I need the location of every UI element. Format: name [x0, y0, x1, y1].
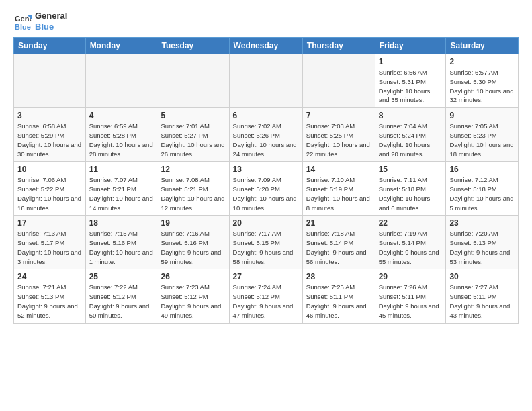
- calendar-cell: 2 Sunrise: 6:57 AMSunset: 5:30 PMDayligh…: [446, 54, 519, 108]
- day-number: 18: [89, 218, 154, 228]
- day-number: 20: [233, 218, 299, 228]
- day-info: Sunrise: 7:18 AMSunset: 5:14 PMDaylight:…: [306, 229, 371, 266]
- calendar-cell: 30 Sunrise: 7:27 AMSunset: 5:11 PMDaylig…: [446, 269, 519, 323]
- page: General Blue General Blue SundayMondayTu…: [0, 0, 532, 411]
- day-info: Sunrise: 6:57 AMSunset: 5:30 PMDaylight:…: [449, 68, 515, 105]
- calendar-cell: 23 Sunrise: 7:20 AMSunset: 5:13 PMDaylig…: [446, 216, 519, 269]
- calendar-table: SundayMondayTuesdayWednesdayThursdayFrid…: [13, 37, 519, 323]
- calendar-cell: [229, 54, 302, 108]
- day-info: Sunrise: 7:11 AMSunset: 5:18 PMDaylight:…: [379, 175, 443, 212]
- logo-icon: General Blue: [13, 12, 32, 31]
- calendar-cell: 9 Sunrise: 7:05 AMSunset: 5:23 PMDayligh…: [446, 108, 519, 162]
- weekday-header-saturday: Saturday: [446, 38, 519, 54]
- day-info: Sunrise: 7:20 AMSunset: 5:13 PMDaylight:…: [449, 229, 515, 266]
- weekday-header-monday: Monday: [85, 38, 157, 54]
- calendar-week-row: 3 Sunrise: 6:58 AMSunset: 5:29 PMDayligh…: [14, 108, 519, 162]
- day-info: Sunrise: 7:19 AMSunset: 5:14 PMDaylight:…: [379, 229, 443, 266]
- day-info: Sunrise: 7:05 AMSunset: 5:23 PMDaylight:…: [449, 122, 515, 158]
- day-number: 16: [449, 165, 515, 174]
- calendar-cell: 7 Sunrise: 7:03 AMSunset: 5:25 PMDayligh…: [302, 108, 375, 162]
- day-info: Sunrise: 7:08 AMSunset: 5:21 PMDaylight:…: [161, 175, 225, 212]
- calendar-cell: [157, 54, 229, 108]
- calendar-cell: 3 Sunrise: 6:58 AMSunset: 5:29 PMDayligh…: [14, 108, 86, 162]
- day-number: 15: [379, 165, 443, 174]
- day-number: 21: [306, 218, 371, 228]
- day-info: Sunrise: 7:13 AMSunset: 5:17 PMDaylight:…: [17, 229, 82, 266]
- day-info: Sunrise: 7:27 AMSunset: 5:11 PMDaylight:…: [449, 283, 515, 320]
- day-number: 10: [17, 165, 82, 174]
- day-info: Sunrise: 7:09 AMSunset: 5:20 PMDaylight:…: [233, 175, 299, 212]
- calendar-week-row: 1 Sunrise: 6:56 AMSunset: 5:31 PMDayligh…: [14, 54, 519, 108]
- day-info: Sunrise: 7:06 AMSunset: 5:22 PMDaylight:…: [17, 175, 82, 212]
- day-number: 3: [17, 111, 82, 120]
- weekday-header-wednesday: Wednesday: [229, 38, 302, 54]
- day-number: 6: [233, 111, 299, 120]
- calendar-cell: 29 Sunrise: 7:26 AMSunset: 5:11 PMDaylig…: [375, 269, 446, 323]
- day-number: 25: [89, 272, 154, 281]
- day-info: Sunrise: 7:24 AMSunset: 5:12 PMDaylight:…: [233, 283, 299, 320]
- day-number: 23: [449, 218, 515, 228]
- day-info: Sunrise: 7:17 AMSunset: 5:15 PMDaylight:…: [233, 229, 299, 266]
- day-number: 19: [161, 218, 225, 228]
- day-info: Sunrise: 6:58 AMSunset: 5:29 PMDaylight:…: [17, 122, 82, 158]
- day-info: Sunrise: 7:12 AMSunset: 5:18 PMDaylight:…: [449, 175, 515, 212]
- day-number: 30: [449, 272, 515, 281]
- calendar-cell: 16 Sunrise: 7:12 AMSunset: 5:18 PMDaylig…: [446, 162, 519, 216]
- day-info: Sunrise: 7:23 AMSunset: 5:12 PMDaylight:…: [161, 283, 225, 320]
- calendar-cell: 6 Sunrise: 7:02 AMSunset: 5:26 PMDayligh…: [229, 108, 302, 162]
- calendar-cell: 12 Sunrise: 7:08 AMSunset: 5:21 PMDaylig…: [157, 162, 229, 216]
- day-number: 8: [379, 111, 443, 120]
- calendar-cell: 21 Sunrise: 7:18 AMSunset: 5:14 PMDaylig…: [302, 216, 375, 269]
- calendar-cell: 24 Sunrise: 7:21 AMSunset: 5:13 PMDaylig…: [14, 269, 86, 323]
- calendar-cell: 1 Sunrise: 6:56 AMSunset: 5:31 PMDayligh…: [375, 54, 446, 108]
- calendar-cell: 4 Sunrise: 6:59 AMSunset: 5:28 PMDayligh…: [85, 108, 157, 162]
- day-number: 4: [89, 111, 154, 120]
- day-number: 26: [161, 272, 225, 281]
- calendar-week-row: 24 Sunrise: 7:21 AMSunset: 5:13 PMDaylig…: [14, 269, 519, 323]
- calendar-week-row: 10 Sunrise: 7:06 AMSunset: 5:22 PMDaylig…: [14, 162, 519, 216]
- day-number: 14: [306, 165, 371, 174]
- day-info: Sunrise: 7:26 AMSunset: 5:11 PMDaylight:…: [379, 283, 443, 320]
- day-number: 24: [17, 272, 82, 281]
- day-info: Sunrise: 7:25 AMSunset: 5:11 PMDaylight:…: [306, 283, 371, 320]
- day-number: 7: [306, 111, 371, 120]
- weekday-header-tuesday: Tuesday: [157, 38, 229, 54]
- day-info: Sunrise: 7:21 AMSunset: 5:13 PMDaylight:…: [17, 283, 82, 320]
- weekday-header-friday: Friday: [375, 38, 446, 54]
- day-number: 27: [233, 272, 299, 281]
- weekday-header-sunday: Sunday: [14, 38, 86, 54]
- day-info: Sunrise: 7:02 AMSunset: 5:26 PMDaylight:…: [233, 122, 299, 158]
- day-info: Sunrise: 7:22 AMSunset: 5:12 PMDaylight:…: [89, 283, 154, 320]
- day-number: 12: [161, 165, 225, 174]
- calendar-cell: 5 Sunrise: 7:01 AMSunset: 5:27 PMDayligh…: [157, 108, 229, 162]
- day-number: 13: [233, 165, 299, 174]
- day-info: Sunrise: 7:15 AMSunset: 5:16 PMDaylight:…: [89, 229, 154, 266]
- calendar-cell: 20 Sunrise: 7:17 AMSunset: 5:15 PMDaylig…: [229, 216, 302, 269]
- day-info: Sunrise: 6:56 AMSunset: 5:31 PMDaylight:…: [379, 68, 443, 105]
- calendar-cell: 11 Sunrise: 7:07 AMSunset: 5:21 PMDaylig…: [85, 162, 157, 216]
- calendar-cell: 18 Sunrise: 7:15 AMSunset: 5:16 PMDaylig…: [85, 216, 157, 269]
- day-number: 9: [449, 111, 515, 120]
- day-number: 2: [449, 57, 515, 66]
- calendar-cell: 10 Sunrise: 7:06 AMSunset: 5:22 PMDaylig…: [14, 162, 86, 216]
- calendar-cell: 28 Sunrise: 7:25 AMSunset: 5:11 PMDaylig…: [302, 269, 375, 323]
- calendar-cell: 13 Sunrise: 7:09 AMSunset: 5:20 PMDaylig…: [229, 162, 302, 216]
- day-info: Sunrise: 7:04 AMSunset: 5:24 PMDaylight:…: [379, 122, 443, 158]
- day-info: Sunrise: 7:10 AMSunset: 5:19 PMDaylight:…: [306, 175, 371, 212]
- calendar-cell: 19 Sunrise: 7:16 AMSunset: 5:16 PMDaylig…: [157, 216, 229, 269]
- day-info: Sunrise: 7:03 AMSunset: 5:25 PMDaylight:…: [306, 122, 371, 158]
- day-number: 1: [379, 57, 443, 66]
- calendar-cell: 17 Sunrise: 7:13 AMSunset: 5:17 PMDaylig…: [14, 216, 86, 269]
- calendar-cell: 15 Sunrise: 7:11 AMSunset: 5:18 PMDaylig…: [375, 162, 446, 216]
- calendar-week-row: 17 Sunrise: 7:13 AMSunset: 5:17 PMDaylig…: [14, 216, 519, 269]
- calendar-cell: [14, 54, 86, 108]
- header: General Blue General Blue: [13, 11, 519, 32]
- calendar-cell: 27 Sunrise: 7:24 AMSunset: 5:12 PMDaylig…: [229, 269, 302, 323]
- day-number: 11: [89, 165, 154, 174]
- calendar-cell: 14 Sunrise: 7:10 AMSunset: 5:19 PMDaylig…: [302, 162, 375, 216]
- day-number: 28: [306, 272, 371, 281]
- calendar-cell: 22 Sunrise: 7:19 AMSunset: 5:14 PMDaylig…: [375, 216, 446, 269]
- weekday-header-thursday: Thursday: [302, 38, 375, 54]
- calendar-cell: 26 Sunrise: 7:23 AMSunset: 5:12 PMDaylig…: [157, 269, 229, 323]
- calendar-cell: 25 Sunrise: 7:22 AMSunset: 5:12 PMDaylig…: [85, 269, 157, 323]
